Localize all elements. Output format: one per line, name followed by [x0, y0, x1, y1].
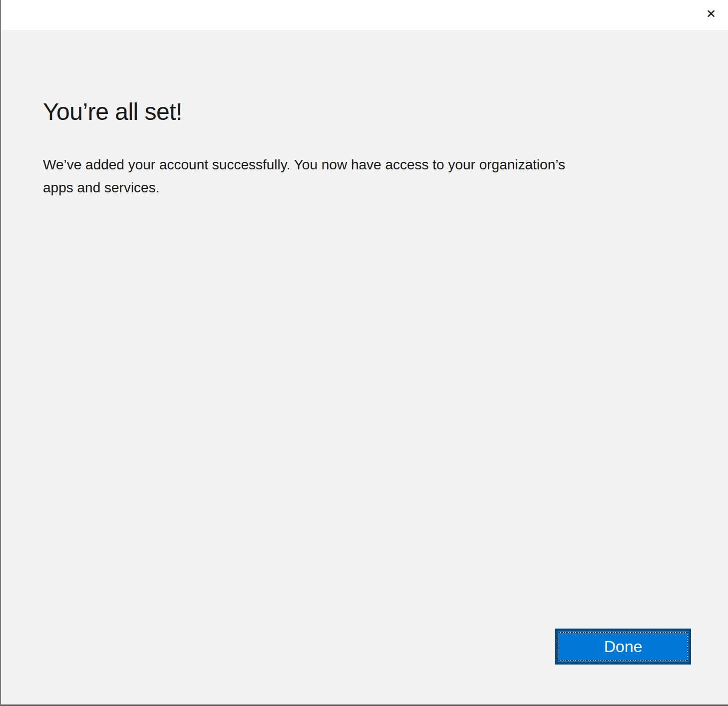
- done-button-label: Done: [604, 638, 643, 656]
- dialog-window: ✕ You’re all set! We’ve added your accou…: [0, 0, 728, 706]
- close-button[interactable]: ✕: [700, 3, 722, 25]
- body-text: We’ve added your account successfully. Y…: [43, 153, 686, 199]
- close-icon: ✕: [706, 8, 716, 20]
- titlebar: ✕: [1, 0, 728, 30]
- body-text-line-2: apps and services.: [43, 176, 686, 199]
- body-text-line-1: We’ve added your account successfully. Y…: [43, 153, 686, 176]
- page-title: You’re all set!: [43, 97, 686, 127]
- done-button[interactable]: Done: [555, 629, 691, 665]
- dialog-content: You’re all set! We’ve added your account…: [1, 30, 728, 199]
